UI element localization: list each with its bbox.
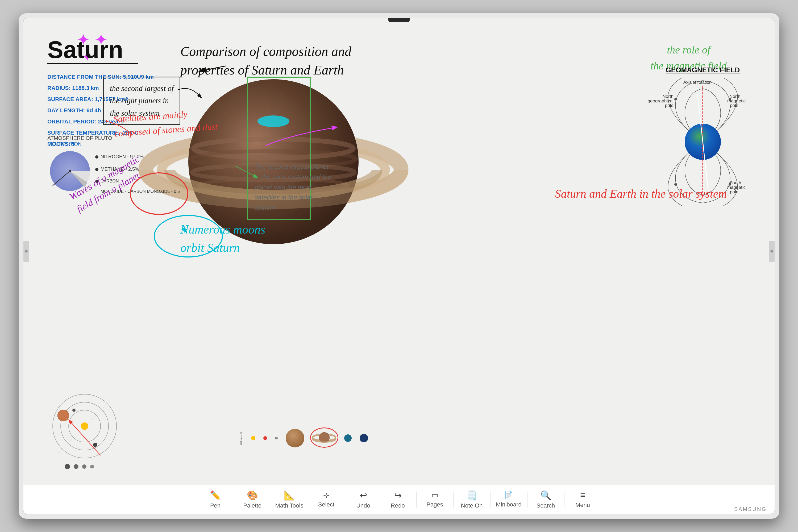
toolbar-divider-1: [234, 492, 234, 508]
math-tools-label: Math Tools: [275, 502, 304, 509]
toolbar-divider-2: [271, 492, 271, 508]
toolbar-divider-4: [345, 492, 345, 508]
note-on-icon: 🗒️: [466, 490, 477, 500]
toolbar-divider-8: [527, 492, 528, 508]
planets-row: Mercury: [239, 429, 761, 448]
svg-text:pole: pole: [730, 103, 738, 108]
palette-icon: 🎨: [247, 490, 258, 500]
undo-label: Undo: [356, 502, 370, 509]
undo-icon: ↩: [360, 490, 367, 500]
solar-system-diagram: [48, 389, 122, 463]
toolbar-item-note-on[interactable]: 🗒️ Note On: [455, 485, 489, 514]
svg-point-47: [72, 408, 76, 412]
toolbar-item-math-tools[interactable]: 📐 Math Tools: [272, 485, 307, 514]
monitor-inner: ≡ ≡ ✦ ✦✦ Saturn Comparison of compositio…: [23, 18, 775, 514]
svg-point-48: [93, 443, 97, 447]
select-icon: ⊹: [323, 491, 329, 499]
pink-arrow: [263, 119, 343, 151]
geo-title: GEOMAGNETIC FIELD: [644, 66, 761, 74]
search-icon: 🔍: [540, 490, 551, 500]
top-notch: [388, 18, 410, 22]
toolbar-item-menu[interactable]: ≡ Menu: [566, 485, 600, 514]
toolbar-item-pages[interactable]: ▭ Pages: [418, 485, 452, 514]
green-arrow: [233, 165, 260, 180]
red-circle-annotation: [130, 172, 188, 215]
toolbar-divider-9: [564, 492, 565, 508]
toolbar-divider-6: [453, 492, 454, 508]
miniboard-icon: 📄: [504, 491, 513, 499]
second-largest-text: The second largest planet in the solar s…: [255, 162, 332, 213]
svg-point-16: [69, 170, 71, 172]
canvas-content: ✦ ✦✦ Saturn Comparison of composition an…: [23, 18, 775, 484]
moon-dots-row: [65, 464, 94, 469]
math-tools-icon: 📐: [284, 490, 295, 500]
saturn-underline: [48, 63, 138, 64]
saturn-title: Saturn: [48, 36, 123, 63]
toolbar-item-palette[interactable]: 🎨 Palette: [235, 485, 270, 514]
toolbar-divider-3: [308, 492, 308, 508]
svg-point-22: [674, 183, 677, 186]
toolbar-item-miniboard[interactable]: 📄 Miniboard: [492, 485, 526, 514]
samsung-logo: SAMSUNG: [734, 506, 766, 512]
menu-label: Menu: [575, 502, 590, 509]
moons-text: Numerous moons orbit Saturn: [180, 220, 265, 257]
svg-text:pole: pole: [730, 189, 738, 194]
screen: ≡ ≡ ✦ ✦✦ Saturn Comparison of compositio…: [23, 18, 775, 484]
redo-label: Redo: [391, 502, 405, 509]
pen-label: Pen: [210, 502, 221, 509]
toolbar-item-redo[interactable]: ↪ Redo: [381, 485, 415, 514]
miniboard-label: Miniboard: [496, 501, 521, 508]
svg-text:pole: pole: [665, 103, 673, 108]
toolbar-item-search[interactable]: 🔍 Search: [529, 485, 563, 514]
atmosphere-section: ATMOSPHERE OF PLUTO COMPOSITION:: [48, 135, 112, 149]
search-label: Search: [536, 502, 555, 509]
svg-point-45: [57, 410, 69, 421]
svg-point-21: [674, 98, 677, 100]
redo-icon: ↪: [394, 490, 402, 500]
menu-icon: ≡: [580, 490, 585, 500]
toolbar-item-undo[interactable]: ↩ Undo: [346, 485, 381, 514]
toolbar-divider-5: [416, 492, 417, 508]
svg-text:Axis of rotation: Axis of rotation: [683, 80, 711, 84]
palette-label: Palette: [243, 502, 262, 509]
pages-label: Pages: [426, 501, 443, 508]
monitor: ≡ ≡ ✦ ✦✦ Saturn Comparison of compositio…: [19, 13, 779, 519]
pages-icon: ▭: [432, 491, 438, 499]
toolbar: ✏️ Pen 🎨 Palette 📐 Math Tools ⊹ Select ↩: [23, 484, 775, 514]
toolbar-item-pen[interactable]: ✏️ Pen: [198, 485, 233, 514]
toolbar-divider-7: [490, 492, 491, 508]
note-on-label: Note On: [461, 502, 483, 509]
toolbar-item-select[interactable]: ⊹ Select: [309, 485, 344, 514]
select-label: Select: [318, 501, 334, 508]
pen-icon: ✏️: [210, 490, 221, 500]
saturn-earth-text: Saturn and Earth in the solar system: [555, 186, 727, 202]
